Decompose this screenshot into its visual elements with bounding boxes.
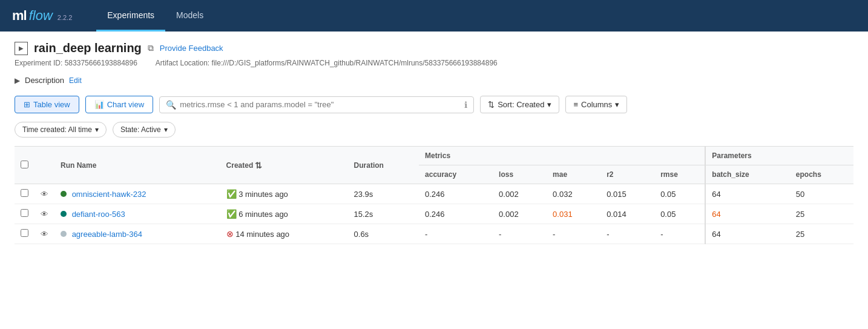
row-duration-value: 0.6s (354, 230, 369, 239)
row-created-value: 14 minutes ago (235, 230, 289, 239)
row-mae-value: - (553, 230, 555, 239)
main-content: ▶ rain_deep learning ⧉ Provide Feedback … (0, 32, 868, 254)
sort-button[interactable]: ⇅ Sort: Created ▾ (480, 96, 559, 113)
row-created-cell: ⊗ 14 minutes ago (220, 224, 348, 244)
search-input[interactable] (180, 100, 458, 109)
row-rmse-value: - (660, 230, 663, 239)
row-eye-icon[interactable]: 👁 (41, 190, 48, 199)
description-chevron-icon[interactable]: ▶ (15, 76, 20, 85)
th-epochs: epochs (790, 165, 853, 184)
time-filter-chevron-icon: ▾ (95, 125, 99, 134)
th-duration: Duration (348, 147, 419, 184)
row-batch-size-cell: 64 (705, 184, 790, 204)
row-batch-size-value: 64 (712, 230, 720, 239)
row-checkbox[interactable] (21, 209, 28, 217)
runs-table: Run Name Created ⇅ Duration Metrics Para… (15, 146, 853, 244)
table-row: 👁 agreeable-lamb-364 ⊗ 14 minutes ago 0.… (15, 224, 853, 244)
row-duration-cell: 23.9s (348, 184, 419, 204)
sort-icon: ⇅ (488, 100, 495, 109)
table-row: 👁 omniscient-hawk-232 ✅ 3 minutes ago 23… (15, 184, 853, 204)
th-accuracy: accuracy (419, 165, 493, 184)
row-rmse-cell: - (654, 224, 705, 244)
row-epochs-value: 50 (796, 190, 804, 199)
state-filter-button[interactable]: State: Active ▾ (113, 122, 176, 138)
select-all-checkbox[interactable] (21, 161, 28, 168)
th-rmse: rmse (654, 165, 705, 184)
row-mae-cell: - (547, 224, 600, 244)
row-eye-cell: 👁 (35, 204, 54, 224)
columns-chevron-icon: ▾ (615, 100, 619, 109)
row-accuracy-value: - (425, 230, 427, 239)
th-mae: mae (547, 165, 600, 184)
row-mae-value: 0.032 (553, 190, 573, 199)
row-mae-cell: 0.032 (547, 184, 600, 204)
run-name-link[interactable]: agreeable-lamb-364 (72, 230, 142, 239)
provide-feedback-link[interactable]: Provide Feedback (160, 44, 223, 53)
table-icon: ⊞ (24, 100, 30, 109)
description-row: ▶ Description Edit (15, 76, 853, 85)
status-success-icon: ✅ (226, 189, 237, 199)
row-created-value: 3 minutes ago (238, 190, 288, 199)
row-loss-cell: - (493, 224, 547, 244)
row-loss-value: 0.002 (499, 210, 519, 219)
row-created-cell: ✅ 6 minutes ago (220, 204, 348, 224)
chart-view-label: Chart view (107, 100, 144, 109)
status-error-icon: ⊗ (226, 229, 234, 239)
row-checkbox[interactable] (21, 189, 28, 197)
row-name-cell: omniscient-hawk-232 (54, 184, 220, 204)
run-name-link[interactable]: defiant-roo-563 (72, 210, 125, 219)
sidebar-toggle-button[interactable]: ▶ (15, 42, 28, 55)
columns-label: Columns (581, 100, 612, 109)
row-accuracy-value: 0.246 (425, 210, 445, 219)
row-checkbox[interactable] (21, 229, 28, 237)
th-metrics-group: Metrics (419, 147, 705, 165)
th-created: Created ⇅ (220, 147, 348, 184)
row-eye-icon[interactable]: 👁 (41, 230, 48, 239)
th-r2: r2 (600, 165, 654, 184)
description-edit-button[interactable]: Edit (69, 76, 82, 85)
nav-models[interactable]: Models (165, 1, 214, 32)
chart-icon: 📊 (94, 100, 104, 109)
run-name-link[interactable]: omniscient-hawk-232 (72, 190, 146, 199)
time-filter-label: Time created: All time (22, 125, 92, 134)
row-accuracy-value: 0.246 (425, 190, 445, 199)
logo: mlflow 2.2.2 (12, 8, 72, 24)
row-eye-icon[interactable]: 👁 (41, 210, 48, 219)
chart-view-button[interactable]: 📊 Chart view (85, 96, 153, 113)
row-name-cell: agreeable-lamb-364 (54, 224, 220, 244)
run-status-dot (61, 231, 67, 237)
row-epochs-cell: 25 (790, 204, 853, 224)
copy-icon[interactable]: ⧉ (148, 43, 154, 53)
row-duration-value: 15.2s (354, 210, 373, 219)
logo-version: 2.2.2 (58, 14, 72, 21)
row-accuracy-cell: - (419, 224, 493, 244)
row-duration-cell: 15.2s (348, 204, 419, 224)
columns-button[interactable]: ≡ Columns ▾ (565, 96, 627, 113)
time-filter-button[interactable]: Time created: All time ▾ (15, 122, 107, 138)
row-duration-cell: 0.6s (348, 224, 419, 244)
experiment-header: ▶ rain_deep learning ⧉ Provide Feedback (15, 41, 853, 55)
info-icon[interactable]: ℹ (464, 100, 467, 110)
row-loss-value: - (499, 230, 501, 239)
row-batch-size-value: 64 (712, 190, 720, 199)
row-r2-cell: 0.014 (600, 204, 654, 224)
row-r2-value: - (607, 230, 609, 239)
row-epochs-value: 25 (796, 230, 804, 239)
row-name-cell: defiant-roo-563 (54, 204, 220, 224)
logo-flow: flow (29, 8, 53, 24)
row-mae-value: 0.031 (553, 210, 573, 219)
view-toolbar: ⊞ Table view 📊 Chart view 🔍 ℹ ⇅ Sort: Cr… (15, 96, 853, 113)
row-batch-size-value: 64 (712, 210, 720, 219)
table-view-button[interactable]: ⊞ Table view (15, 96, 79, 113)
row-rmse-cell: 0.05 (654, 204, 705, 224)
nav-experiments[interactable]: Experiments (96, 1, 165, 32)
artifact-location: Artifact Location: file:///D:/GIS_platfo… (156, 59, 498, 67)
row-batch-size-cell: 64 (705, 224, 790, 244)
th-loss: loss (493, 165, 547, 184)
row-r2-value: 0.015 (607, 190, 626, 199)
experiment-meta: Experiment ID: 583375666193884896 Artifa… (15, 59, 853, 67)
th-batch-size: batch_size (705, 165, 790, 184)
filter-row: Time created: All time ▾ State: Active ▾ (15, 122, 853, 138)
search-box: 🔍 ℹ (159, 96, 474, 113)
status-success-icon: ✅ (226, 209, 237, 219)
